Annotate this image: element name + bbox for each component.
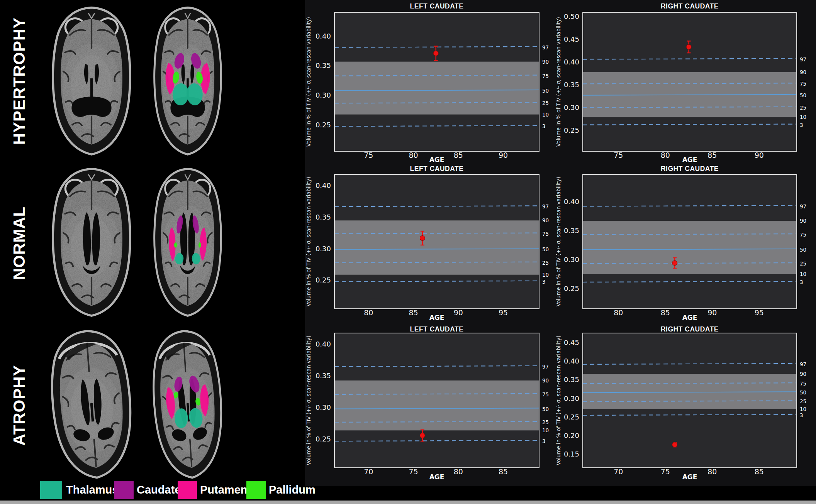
chart-svg: 0.400.350.300.2580859095AGE9790755025103… <box>554 162 816 322</box>
y-tick-label: 0.35 <box>564 375 579 384</box>
x-tick-label: 75 <box>409 467 418 476</box>
percentile-label-50: 50 <box>542 88 549 94</box>
y-tick-label: 0.25 <box>564 126 579 134</box>
x-tick-label: 70 <box>614 467 623 476</box>
chart-title: RIGHT CAUDATE <box>661 2 719 10</box>
percentile-label-25: 25 <box>542 260 549 266</box>
y-tick-label: 0.25 <box>316 121 331 129</box>
chart-title: RIGHT CAUDATE <box>661 325 719 333</box>
data-point <box>433 51 438 56</box>
y-axis-label: Volume in % of TIV (+/- σ, scan-rescan v… <box>555 335 562 465</box>
percentile-label-3: 3 <box>800 412 803 418</box>
percentile-label-3: 3 <box>800 122 803 128</box>
x-tick-label: 80 <box>454 467 463 476</box>
x-tick-label: 95 <box>499 308 508 317</box>
bottom-scrollbar-strip <box>0 501 816 504</box>
x-tick-label: 85 <box>409 308 418 317</box>
caudate-color-swatch <box>114 481 134 499</box>
chart-svg: 0.500.450.400.350.300.2575808590AGE97907… <box>554 0 816 162</box>
ventricle <box>71 96 111 117</box>
percentile-label-50: 50 <box>800 389 806 396</box>
pallidum-overlay <box>174 242 177 248</box>
percentile-label-97: 97 <box>542 364 549 370</box>
brain-svg <box>146 3 229 159</box>
normal-range-band <box>334 220 539 275</box>
row-label-hypertrophy: HYPERTROPHY <box>1 0 38 162</box>
brain-svg <box>43 3 140 159</box>
x-axis-label: AGE <box>682 473 697 481</box>
percentile-label-10: 10 <box>800 406 806 412</box>
chart-svg: 0.400.350.300.2575808590AGE9790755025103… <box>305 0 554 162</box>
percentile-label-90: 90 <box>800 371 806 377</box>
percentile-label-97: 97 <box>800 361 806 367</box>
x-tick-label: 90 <box>707 308 717 317</box>
y-tick-label: 0.35 <box>564 227 579 235</box>
x-tick-label: 90 <box>454 308 463 317</box>
x-tick-label: 80 <box>614 308 623 317</box>
chart-svg: 0.450.400.350.300.250.200.1570758085AGE9… <box>554 322 816 486</box>
x-tick-label: 70 <box>364 467 373 476</box>
percentile-label-3: 3 <box>542 279 546 285</box>
percentile-label-10: 10 <box>542 272 549 278</box>
y-tick-label: 0.30 <box>316 91 331 99</box>
y-tick-label: 0.25 <box>316 276 331 284</box>
chart-title: LEFT CAUDATE <box>410 325 464 333</box>
percentile-label-10: 10 <box>800 114 806 120</box>
y-tick-label: 0.40 <box>564 357 579 365</box>
chart-left-caudate-atrophy: 0.400.350.300.2570758085AGE9790755025103… <box>305 322 554 488</box>
percentile-label-3: 3 <box>542 123 546 129</box>
chart-title: LEFT CAUDATE <box>410 165 464 173</box>
brain-svg <box>43 164 140 320</box>
x-axis-label: AGE <box>682 314 697 321</box>
y-tick-label: 0.40 <box>564 198 579 206</box>
x-tick-label: 80 <box>364 308 373 317</box>
percentile-label-75: 75 <box>542 231 549 237</box>
data-point <box>420 433 425 438</box>
y-tick-label: 0.40 <box>316 340 331 348</box>
percentile-label-10: 10 <box>542 427 549 433</box>
legend-item-pallidum: Pallidum <box>246 480 312 499</box>
legend-label: Thalamus <box>66 480 118 499</box>
chart-left-caudate-normal: 0.400.350.300.2580859095AGE9790755025103… <box>305 162 554 324</box>
chart-left-caudate-hypertrophy: 0.400.350.300.2575808590AGE9790755025103… <box>305 0 554 164</box>
y-axis-label: Volume in % of TIV (+/- σ, scan-rescan v… <box>305 335 312 465</box>
legend-label: Putamen <box>200 480 247 499</box>
normal-range-band <box>334 381 539 430</box>
data-point <box>686 44 691 49</box>
chart-svg: 0.400.350.300.2580859095AGE9790755025103… <box>305 162 554 322</box>
y-tick-label: 0.25 <box>564 413 579 421</box>
x-tick-label: 80 <box>409 151 418 159</box>
x-tick-label: 75 <box>614 151 623 159</box>
percentile-label-25: 25 <box>800 398 806 404</box>
percentile-label-10: 10 <box>542 112 549 118</box>
x-tick-label: 90 <box>499 151 508 159</box>
normal-range-band <box>583 374 797 409</box>
percentile-label-25: 25 <box>800 105 806 111</box>
ventricle <box>90 78 93 98</box>
y-tick-label: 0.25 <box>564 284 579 293</box>
percentile-label-97: 97 <box>542 203 549 210</box>
percentile-label-50: 50 <box>542 246 549 252</box>
legend-item-caudate: Caudate <box>114 480 176 499</box>
percentile-label-50: 50 <box>800 247 806 253</box>
percentile-label-25: 25 <box>542 100 549 106</box>
percentile-label-3: 3 <box>800 279 803 285</box>
y-tick-label: 0.25 <box>316 435 331 443</box>
brain-mri-axial-normal <box>43 164 140 320</box>
percentile-label-75: 75 <box>542 73 549 79</box>
percentile-label-75: 75 <box>800 81 806 87</box>
x-tick-label: 85 <box>499 467 508 476</box>
chart-svg: 0.400.350.300.2570758085AGE9790755025103… <box>305 322 554 486</box>
percentile-label-90: 90 <box>542 217 549 223</box>
percentile-label-3: 3 <box>542 438 546 444</box>
x-tick-label: 95 <box>755 308 764 317</box>
y-tick-label: 0.40 <box>564 58 579 66</box>
chart-title: LEFT CAUDATE <box>410 2 464 10</box>
percentile-label-90: 90 <box>800 69 806 75</box>
percentile-label-25: 25 <box>542 419 549 425</box>
x-axis-label: AGE <box>682 156 697 162</box>
pallidum-color-swatch <box>246 481 266 499</box>
y-tick-label: 0.35 <box>564 81 579 89</box>
percentile-label-50: 50 <box>800 92 806 98</box>
legend-item-thalamus: Thalamus <box>40 480 112 499</box>
